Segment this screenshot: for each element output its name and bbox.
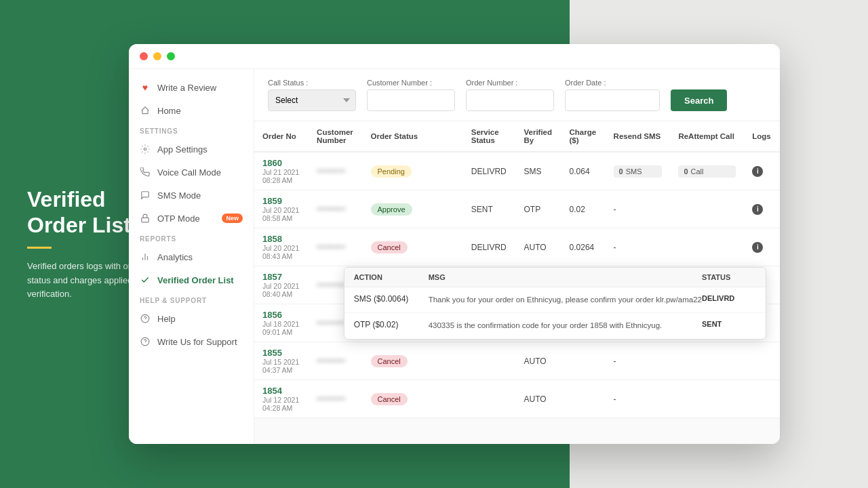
reattempt-call-cell: [670, 190, 744, 228]
charge-value: 0.064: [561, 152, 606, 190]
order-date: Jul 18 202109:01 AM: [262, 320, 300, 336]
sidebar-item-otp-mode[interactable]: OTP Mode New: [129, 207, 254, 230]
col-charge: Charge($): [561, 121, 606, 152]
reattempt-call-button[interactable]: 0 Call: [678, 165, 736, 178]
service-status: DELIVRD: [463, 228, 516, 266]
order-number-link[interactable]: 1860: [262, 158, 282, 168]
close-dot[interactable]: [140, 52, 148, 60]
tooltip-header: ACTION MSG STATUS: [344, 268, 766, 287]
tooltip-col-status: STATUS: [702, 273, 756, 281]
heart-icon: ♥: [140, 82, 151, 93]
tooltip-action-1: SMS ($0.0064): [354, 294, 429, 304]
table-row: 1859Jul 20 202108:58 AM••••••••••Approve…: [254, 190, 780, 228]
customer-number-value: ••••••••••: [317, 205, 345, 214]
tooltip-col-msg: MSG: [429, 273, 702, 281]
order-date: Jul 20 202108:58 AM: [262, 206, 300, 222]
sidebar-item-sms-mode[interactable]: SMS Mode: [129, 184, 254, 207]
sidebar-item-help[interactable]: Help: [129, 307, 254, 330]
order-status-badge: Cancel: [371, 241, 408, 253]
order-status-badge: Cancel: [371, 355, 408, 367]
settings-section-label: SETTINGS: [129, 122, 254, 138]
order-date-input[interactable]: [565, 89, 660, 111]
sidebar-label: Verified Order List: [157, 275, 234, 285]
sidebar: ♥ Write a Review Home SETTINGS App Setti…: [129, 69, 254, 444]
charge-value: [561, 380, 606, 418]
sidebar-item-verified-order-list[interactable]: Verified Order List: [129, 268, 254, 291]
sms-icon: [140, 190, 151, 201]
search-button[interactable]: Search: [671, 89, 727, 111]
title-bar: [129, 44, 780, 69]
resend-sms-cell: -: [606, 380, 671, 418]
sidebar-label: SMS Mode: [157, 190, 201, 201]
sms-label: SMS: [626, 167, 642, 176]
order-number-link[interactable]: 1855: [262, 348, 282, 358]
verified-by: AUTO: [515, 342, 561, 380]
svg-rect-1: [142, 218, 149, 222]
call-status-label: Call Status :: [268, 79, 356, 87]
sidebar-label: Write a Review: [157, 83, 216, 93]
sidebar-item-app-settings[interactable]: App Settings: [129, 138, 254, 161]
col-order-no: Order No: [254, 121, 309, 152]
order-number-link[interactable]: 1856: [262, 310, 282, 320]
logs-cell: [744, 342, 780, 380]
customer-number-value: ••••••••••: [317, 281, 345, 290]
table-row: 1860Jul 21 202108:28 AM••••••••••Pending…: [254, 152, 780, 190]
sidebar-item-home[interactable]: Home: [129, 99, 254, 122]
call-status-filter: Call Status : Select: [268, 79, 356, 111]
table-wrapper: Order No CustomerNumber Order Status Ser…: [254, 121, 780, 444]
log-info-icon[interactable]: i: [752, 242, 763, 253]
customer-number-value: ••••••••••: [317, 319, 345, 328]
customer-number-value: ••••••••••: [317, 167, 345, 176]
sidebar-label: OTP Mode: [157, 214, 200, 224]
support-icon: [140, 336, 151, 347]
order-number-link[interactable]: 1857: [262, 272, 282, 282]
minimize-dot[interactable]: [153, 52, 161, 60]
sidebar-label: Analytics: [157, 252, 193, 262]
title-divider: [27, 247, 52, 249]
customer-number-filter: Customer Number :: [367, 79, 455, 111]
resend-sms-cell: -: [606, 342, 671, 380]
call-label: Call: [691, 167, 704, 176]
maximize-dot[interactable]: [167, 52, 175, 60]
home-icon: [140, 105, 151, 116]
sidebar-item-write-support[interactable]: Write Us for Support: [129, 330, 254, 353]
col-verified-by: VerifiedBy: [515, 121, 561, 152]
check-list-icon: [140, 274, 151, 285]
reattempt-call-cell: [670, 342, 744, 380]
verified-by: AUTO: [515, 228, 561, 266]
call-status-select[interactable]: Select: [268, 89, 356, 111]
col-customer-number: CustomerNumber: [309, 121, 362, 152]
logs-cell: [744, 380, 780, 418]
customer-number-value: ••••••••••: [317, 394, 345, 404]
resend-sms-button[interactable]: 0 SMS: [614, 165, 663, 178]
sidebar-label: Write Us for Support: [157, 337, 237, 347]
log-info-icon[interactable]: i: [752, 166, 763, 177]
order-number-input[interactable]: [466, 89, 554, 111]
order-date: Jul 12 202104:28 AM: [262, 396, 300, 412]
order-number-link[interactable]: 1854: [262, 386, 282, 396]
tooltip-row: SMS ($0.0064) Thank you for your order o…: [344, 287, 766, 313]
order-number-label: Order Number :: [466, 79, 554, 87]
log-tooltip-popup: ACTION MSG STATUS SMS ($0.0064) Thank yo…: [344, 267, 766, 340]
sidebar-item-analytics[interactable]: Analytics: [129, 245, 254, 268]
charge-value: 0.0264: [561, 228, 606, 266]
svg-point-0: [144, 148, 146, 150]
table-row: 1854Jul 12 202104:28 AM••••••••••CancelA…: [254, 380, 780, 418]
logs-cell: i: [744, 152, 780, 190]
order-date: Jul 20 202108:40 AM: [262, 282, 300, 298]
phone-icon: [140, 167, 151, 178]
gear-icon: [140, 144, 151, 155]
customer-number-label: Customer Number :: [367, 79, 455, 87]
order-number-link[interactable]: 1858: [262, 234, 282, 244]
order-number-filter: Order Number :: [466, 79, 554, 111]
customer-number-input[interactable]: [367, 89, 455, 111]
sidebar-item-voice-call-mode[interactable]: Voice Call Mode: [129, 161, 254, 184]
table-row: 1855Jul 15 202104:37 AM••••••••••CancelA…: [254, 342, 780, 380]
col-order-status: Order Status: [363, 121, 463, 152]
log-info-icon[interactable]: i: [752, 204, 763, 215]
chart-icon: [140, 251, 151, 262]
sidebar-label: App Settings: [157, 144, 208, 155]
order-number-link[interactable]: 1859: [262, 196, 282, 206]
sidebar-item-write-review[interactable]: ♥ Write a Review: [129, 76, 254, 99]
order-date-filter: Order Date :: [565, 79, 660, 111]
